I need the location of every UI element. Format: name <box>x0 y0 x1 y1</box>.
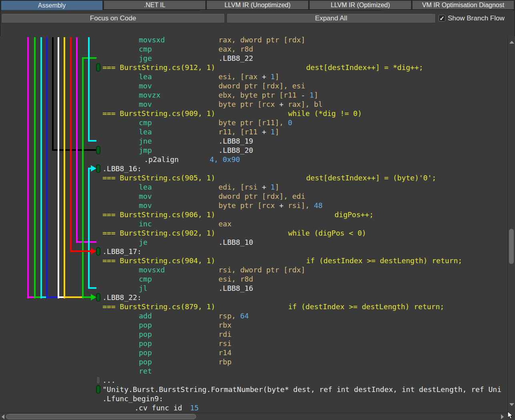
asm-line[interactable]: jl.LBB8_16 <box>0 284 507 293</box>
asm-line[interactable]: .cv func id 15 <box>0 403 507 412</box>
asm-line[interactable]: "Unity.Burst.BurstString.FormatNumber(by… <box>0 385 507 394</box>
asm-line[interactable]: .p2align4, 0x90 <box>0 155 507 164</box>
asm-line[interactable]: movbyte ptr [rcx + rsi], 48 <box>0 201 507 210</box>
assembly-code-view[interactable]: movsxdrax, dword ptr [rdx]cmpeax, r8djge… <box>0 36 507 413</box>
mouse-cursor-icon <box>507 412 515 420</box>
asm-line[interactable]: cmpeax, r8d <box>0 44 507 54</box>
show-branch-flow-label: Show Branch Flow <box>448 13 505 23</box>
asm-line[interactable]: jmp.LBB8_20 <box>0 146 507 155</box>
tab-label: LLVM IR (Unoptimized) <box>224 2 291 9</box>
tab-llvm-ir-unoptimized[interactable]: LLVM IR (Unoptimized) <box>206 0 309 10</box>
asm-line[interactable]: === BurstString.cs(879, 1)if (destIndex … <box>0 302 507 311</box>
scroll-up-arrow-icon[interactable] <box>509 41 514 44</box>
asm-line[interactable]: poprbp <box>0 357 507 366</box>
asm-line[interactable]: === BurstString.cs(912, 1)dest[destIndex… <box>0 63 507 72</box>
asm-line[interactable]: === BurstString.cs(904, 1)if (destIndex … <box>0 256 507 265</box>
expand-all-button[interactable]: Expand All <box>226 13 436 23</box>
scroll-right-arrow-icon[interactable] <box>501 414 504 419</box>
asm-line[interactable]: .Lfunc_begin9: <box>0 394 507 403</box>
focus-on-code-label: Focus on Code <box>90 14 136 22</box>
asm-line[interactable]: === BurstString.cs(902, 1)while (digPos … <box>0 228 507 238</box>
asm-line[interactable]: === BurstString.cs(906, 1)digPos++; <box>0 210 507 219</box>
asm-line[interactable]: .LBB8_16: <box>0 164 507 173</box>
view-tabbar: Assembly .NET IL LLVM IR (Unoptimized) L… <box>0 0 515 10</box>
asm-line[interactable]: addrsp, 64 <box>0 311 507 320</box>
asm-line[interactable]: leaedi, [rsi + 1] <box>0 182 507 192</box>
checkmark-icon: ✓ <box>439 15 445 22</box>
tab-llvm-ir-optimized[interactable]: LLVM IR (Optimized) <box>309 0 411 10</box>
asm-line[interactable]: cmpesi, r8d <box>0 274 507 284</box>
asm-line[interactable]: movsxdrax, dword ptr [rdx] <box>0 36 507 44</box>
asm-line[interactable]: popr14 <box>0 348 507 357</box>
asm-line[interactable]: movzxebx, byte ptr [r11 - 1] <box>0 90 507 100</box>
tab-label: Assembly <box>38 2 66 9</box>
tab-assembly[interactable]: Assembly <box>1 0 103 10</box>
tab-label: VM IR Optimisation Diagnost <box>422 2 504 9</box>
asm-line[interactable]: poprdi <box>0 330 507 339</box>
asm-line[interactable]: je.LBB8_10 <box>0 238 507 247</box>
asm-line[interactable]: poprsi <box>0 339 507 348</box>
asm-line[interactable]: ... <box>0 376 507 385</box>
asm-line[interactable]: jne.LBB8_19 <box>0 136 507 146</box>
asm-line[interactable]: .LBB8_22: <box>0 293 507 302</box>
scroll-down-arrow-icon[interactable] <box>509 403 514 406</box>
asm-line[interactable]: leaesi, [rax + 1] <box>0 72 507 81</box>
asm-line[interactable]: movbyte ptr [rcx + rax], bl <box>0 100 507 109</box>
asm-line[interactable]: poprbx <box>0 320 507 330</box>
asm-line[interactable]: .LBB8_17: <box>0 247 507 256</box>
scroll-left-arrow-icon[interactable] <box>2 414 4 419</box>
asm-line[interactable]: movdword ptr [rdx], edi <box>0 192 507 201</box>
asm-line[interactable]: === BurstString.cs(905, 1)dest[destIndex… <box>0 173 507 182</box>
tab-label: .NET IL <box>144 2 166 9</box>
vertical-scrollbar[interactable] <box>507 36 515 413</box>
asm-line[interactable]: lear11, [r11 + 1] <box>0 127 507 136</box>
asm-line[interactable]: movdword ptr [rdx], esi <box>0 81 507 90</box>
show-branch-flow-checkbox[interactable]: ✓ <box>439 15 445 22</box>
tab-label: LLVM IR (Optimized) <box>331 2 390 9</box>
asm-line[interactable]: === BurstString.cs(909, 1)while (*dig !=… <box>0 109 507 118</box>
tab-llvm-ir-optimisation-diagnostics[interactable]: VM IR Optimisation Diagnost <box>412 0 514 10</box>
burst-inspector-window: Coloured With Minimal Debug Info Safety … <box>0 0 515 420</box>
asm-line[interactable]: movsxdrsi, dword ptr [rdx] <box>0 265 507 274</box>
horizontal-scrollbar-thumb[interactable] <box>6 414 196 419</box>
focus-on-code-button[interactable]: Focus on Code <box>1 13 225 23</box>
expand-all-label: Expand All <box>315 14 347 22</box>
asm-line[interactable]: inceax <box>0 219 507 228</box>
asm-line[interactable]: jge.LBB8_22 <box>0 54 507 63</box>
tab-net-il[interactable]: .NET IL <box>104 0 206 10</box>
asm-line[interactable]: cmpbyte ptr [r11], 0 <box>0 118 507 127</box>
vertical-scrollbar-thumb[interactable] <box>509 229 514 264</box>
asm-line[interactable]: ret <box>0 366 507 376</box>
horizontal-scrollbar[interactable] <box>0 413 507 420</box>
